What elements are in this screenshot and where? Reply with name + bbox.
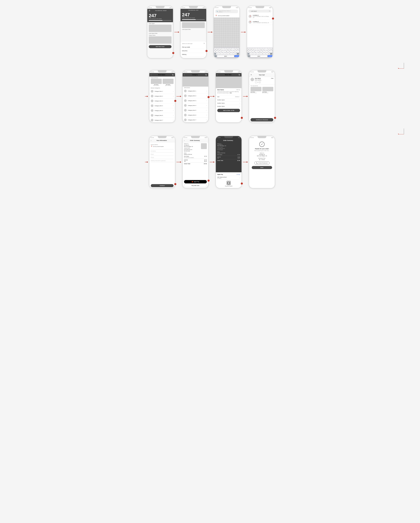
done-button[interactable]: Done (252, 166, 272, 169)
cat-item-4[interactable]: Category Item 4 › (149, 103, 175, 108)
modifier-2[interactable]: Modifier Option › (216, 101, 241, 105)
cat-item-5[interactable]: Category Item 5 › (149, 108, 175, 113)
back-arrow-icon[interactable]: ‹ (217, 74, 218, 76)
more-link[interactable]: More (230, 92, 232, 93)
modifier-3[interactable]: Modifier Option › (216, 105, 241, 108)
cat-item-6[interactable]: Category Item 6 › (182, 113, 208, 118)
phone-field[interactable]: Phone (151, 156, 174, 159)
key-z[interactable]: z (216, 53, 219, 55)
key-y[interactable]: y (227, 48, 229, 50)
close-icon[interactable]: ✕ (204, 43, 205, 44)
cat-item-1[interactable]: Category Item 1 › (182, 89, 208, 93)
key-c[interactable]: c (222, 53, 225, 55)
key-s[interactable]: s (217, 50, 220, 52)
key-v[interactable]: v (225, 53, 228, 55)
key-e[interactable]: e (219, 48, 221, 50)
key-j[interactable]: j (231, 50, 233, 52)
cart-icon[interactable]: 🛍 (238, 74, 240, 76)
summary-title: Order Summary (190, 140, 200, 141)
key-q[interactable]: q (214, 48, 216, 50)
cat-item-2[interactable]: Category Item 2 › (149, 94, 175, 98)
key-r[interactable]: r (222, 48, 224, 50)
key-l[interactable]: l (237, 50, 239, 52)
cat-item-3[interactable]: Category Item 3 › (182, 98, 208, 103)
key-a[interactable]: a (214, 50, 217, 52)
cart-item-name: Item Name (255, 78, 270, 79)
back-arrow-icon[interactable]: ‹ (151, 74, 151, 76)
cart-icon[interactable]: 🛍 (205, 74, 207, 76)
key-x[interactable]: x (219, 53, 222, 55)
search-bar[interactable]: 🔍 Search Business Name or Address (215, 10, 238, 13)
modifier-1[interactable]: Modifier Option › (216, 98, 241, 101)
key-g[interactable]: g (225, 50, 228, 52)
key-delete[interactable]: ⌫ (237, 53, 239, 55)
delivery-option[interactable]: Delivery (182, 53, 205, 56)
search-bar-filled[interactable]: ‹ Lorem Ipsum ✕ (248, 10, 271, 13)
back-icon[interactable]: ‹ (250, 10, 250, 12)
bank-row[interactable]: ABC National Bank (•••-0001) › (217, 176, 240, 180)
key-shift[interactable]: ⇧ (214, 53, 216, 55)
key-p[interactable]: p (237, 48, 239, 50)
cat-item-2[interactable]: Category Item 2 › (182, 93, 208, 98)
phone-order-summary: 9:41 ‹ Order Summary Deliver to 123 Main… (182, 136, 208, 188)
cart-icon[interactable]: 🛍 (172, 74, 174, 76)
cat-item-7[interactable]: Category Item 7 › (149, 118, 175, 123)
featured-item-1[interactable]: Item Name $7.50 • 500 cal (151, 79, 162, 86)
continue-button[interactable]: Continue (151, 184, 174, 187)
cat-item-4[interactable]: Category Item 4 › (182, 103, 208, 108)
key-space[interactable]: space (217, 55, 234, 57)
featured-item-2[interactable]: Item Name $8.75 • 650 cal (163, 79, 174, 86)
key-u[interactable]: u (229, 48, 231, 50)
key-k[interactable]: k (234, 50, 236, 52)
key-i[interactable]: i (232, 48, 234, 50)
may-like-item-2[interactable]: Item Name $8.75 • 600 cal (262, 87, 273, 93)
start-new-order-button[interactable]: Start New Order (149, 45, 172, 48)
key-search[interactable]: Search (234, 55, 239, 57)
use-location-row[interactable]: 📍 Use my current location (214, 14, 239, 17)
clear-icon[interactable]: ✕ (269, 10, 270, 12)
cat-item-7[interactable]: Category Item 7 › (182, 118, 208, 122)
use-location-row[interactable]: 📍 Use my current location (151, 146, 174, 147)
fullname-field[interactable]: Full Name (151, 150, 174, 153)
close-icon[interactable]: ✕ (251, 74, 252, 76)
key-b[interactable]: b (228, 53, 230, 55)
back-arrow-icon[interactable]: ‹ (217, 139, 218, 141)
change-button[interactable]: Change (236, 174, 240, 175)
location-item-1[interactable]: 📍 Location 1 0.4 mi • 123 Main St, San L… (247, 13, 273, 19)
keyboard[interactable]: q w e r t y u i o p a s d f g h (214, 48, 239, 58)
modifier-size[interactable]: Size Medium › (216, 95, 241, 98)
key-t[interactable]: t (224, 48, 226, 50)
back-arrow-icon[interactable]: ‹ (184, 74, 185, 76)
back-arrow-icon[interactable]: ‹ (184, 139, 185, 141)
cat-item-1[interactable]: Category Item 1 › (149, 89, 175, 94)
key-m[interactable]: m (234, 53, 236, 55)
apple-pay-button[interactable]: 🍎 Apple Pay (184, 180, 207, 183)
cat-item-5[interactable]: Category Item 5 › (182, 108, 208, 113)
qty-increase-button[interactable]: + (259, 81, 261, 83)
key-o[interactable]: o (234, 48, 237, 50)
key-h[interactable]: h (228, 50, 231, 52)
drivethru-option[interactable]: Drive-thru (182, 49, 205, 53)
key-n[interactable]: n (231, 53, 233, 55)
continue-to-checkout-button[interactable]: Continue to Checkout (251, 118, 273, 122)
phone-home-wrapper: 9:41 ☰ Good afternoon, Jessica! 247 Poin… (147, 6, 173, 58)
key-123[interactable]: 123 (214, 55, 217, 57)
cat-item-6[interactable]: Category Item 6 › (149, 113, 175, 118)
key-f[interactable]: f (222, 50, 225, 52)
location-item-2[interactable]: 📍 Location 2 1.2 mi • Parkside Dr, East … (247, 19, 273, 25)
back-arrow-icon[interactable]: ‹ (151, 139, 151, 141)
menu-icon[interactable]: ☰ (149, 10, 150, 12)
pickup-option[interactable]: Pick-Up Inside (182, 45, 205, 49)
email-field[interactable]: Email (151, 153, 174, 156)
pay-with-card-button[interactable]: Pay with Card (184, 184, 207, 187)
contact-restaurant-button[interactable]: 📞 Contact Restaurant (254, 162, 269, 164)
keyboard[interactable]: q w e r t y u i o p a s d f g h (247, 48, 273, 58)
qty-decrease-button[interactable]: − (255, 81, 257, 83)
key-d[interactable]: d (220, 50, 222, 52)
may-like-item-1[interactable]: Item Name $7.50 • 875 cal (251, 87, 262, 93)
delivery-instructions-field[interactable]: Delivery Instructions (optional) (151, 159, 174, 162)
key-w[interactable]: w (217, 48, 219, 50)
phone-store: 9:41 ‹ Store Name 🛍 Featured Items Item … (149, 70, 175, 123)
add-to-order-button[interactable]: Add to Order • $7.50 (217, 109, 240, 112)
cat-item-3[interactable]: Category Item 3 › (149, 98, 175, 103)
